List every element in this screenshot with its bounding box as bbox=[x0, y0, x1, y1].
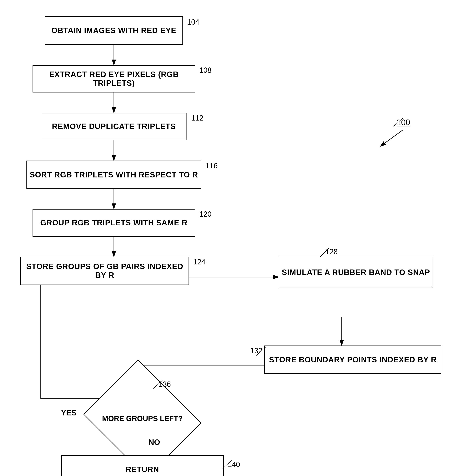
diamond-more-groups: MORE GROUPS LEFT? bbox=[98, 380, 187, 457]
ref-124: 124 bbox=[193, 258, 205, 266]
box-store-groups: STORE GROUPS OF GB PAIRS INDEXED BY R bbox=[20, 257, 189, 285]
no-label: NO bbox=[149, 438, 160, 447]
box-simulate-rubber-band: SIMULATE A RUBBER BAND TO SNAP bbox=[279, 257, 433, 288]
ref-104: 104 bbox=[187, 18, 199, 26]
box-obtain-images: OBTAIN IMAGES WITH RED EYE bbox=[45, 16, 183, 45]
box-store-boundary: STORE BOUNDARY POINTS INDEXED BY R bbox=[264, 346, 441, 374]
box-sort-triplets: SORT RGB TRIPLETS WITH RESPECT TO R bbox=[26, 161, 201, 189]
svg-line-9 bbox=[380, 130, 403, 146]
svg-line-12 bbox=[153, 381, 162, 389]
svg-line-13 bbox=[223, 460, 232, 468]
ref-108: 108 bbox=[199, 66, 211, 75]
svg-line-14 bbox=[394, 118, 403, 127]
box-group-triplets: GROUP RGB TRIPLETS WITH SAME R bbox=[33, 209, 195, 237]
yes-label: YES bbox=[61, 408, 77, 417]
box-remove-duplicates: REMOVE DUPLICATE TRIPLETS bbox=[41, 113, 187, 140]
svg-line-10 bbox=[320, 248, 329, 257]
ref-116: 116 bbox=[205, 162, 218, 170]
flowchart-diagram: OBTAIN IMAGES WITH RED EYE 104 EXTRACT R… bbox=[0, 0, 457, 476]
svg-line-11 bbox=[256, 347, 266, 356]
ref-120: 120 bbox=[199, 210, 211, 219]
box-return: RETURN bbox=[61, 455, 224, 476]
box-extract-pixels: EXTRACT RED EYE PIXELS (RGB TRIPLETS) bbox=[33, 65, 195, 93]
ref-112: 112 bbox=[191, 114, 203, 122]
